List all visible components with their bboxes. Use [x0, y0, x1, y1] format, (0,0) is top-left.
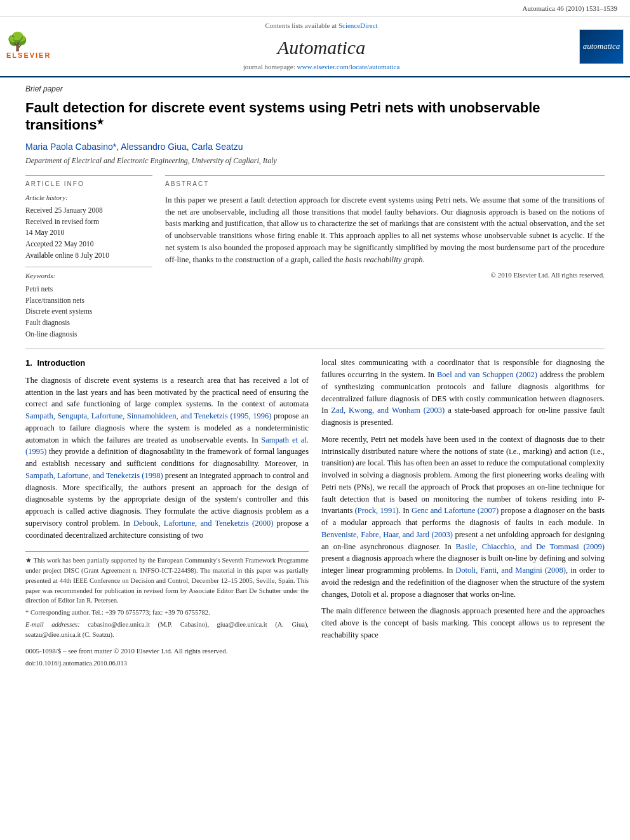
- body-right-column: local sites communicating with a coordin…: [321, 357, 605, 670]
- journal-center-info: Contents lists available at ScienceDirec…: [70, 21, 573, 72]
- body-columns: 1. 1. Introduction Introduction The diag…: [25, 357, 605, 670]
- intro-col2-para3: The main difference between the diagnosi…: [321, 605, 605, 641]
- cite-zad[interactable]: Zad, Kwong, and Wonham (2003): [331, 406, 445, 415]
- cite-genc[interactable]: Genc and Lafortune (2007): [412, 506, 499, 515]
- paper-title: Fault detection for discrete event syste…: [25, 99, 605, 134]
- article-info-abstract-section: ARTICLE INFO Article history: Received 2…: [25, 175, 605, 340]
- received-date: Received 25 January 2008: [25, 205, 152, 216]
- cite-sampath-1[interactable]: Sampath, Sengupta, Lafortune, Sinnamohid…: [25, 411, 271, 420]
- abstract-panel: ABSTRACT In this paper we present a faul…: [165, 175, 605, 340]
- intro-col1-para1: The diagnosis of discrete event systems …: [25, 375, 309, 542]
- revised-label: Received in revised form: [25, 217, 152, 227]
- abstract-heading: ABSTRACT: [165, 180, 605, 189]
- article-info-panel: ARTICLE INFO Article history: Received 2…: [25, 175, 152, 340]
- keyword-1: Petri nets: [25, 284, 152, 295]
- revised-date: 14 May 2010: [25, 227, 152, 238]
- elsevier-logo: 🌳 ELSEVIER: [6, 29, 64, 64]
- intro-col2-para1: local sites communicating with a coordin…: [321, 357, 605, 429]
- authors-line: Maria Paola Cabasino*, Alessandro Giua, …: [25, 140, 605, 153]
- available-date: Available online 8 July 2010: [25, 250, 152, 261]
- elsevier-tree-icon: 🌳: [6, 33, 29, 51]
- cite-dotoli[interactable]: Dotoli, Fanti, and Mangini (2008): [455, 566, 566, 575]
- footnote-email: E-mail addresses: cabasino@diee.unica.it…: [25, 620, 309, 640]
- article-history-label: Article history:: [25, 193, 152, 203]
- abstract-body: In this paper we present a fault detecti…: [165, 194, 605, 266]
- issn-line: 0005-1098/$ – see front matter © 2010 El…: [25, 646, 309, 657]
- keyword-4: Fault diagnosis: [25, 317, 152, 328]
- automatica-logo: automatica: [579, 29, 624, 64]
- doi-line: doi:10.1016/j.automatica.2010.06.013: [25, 658, 309, 669]
- intro-col2-para2: More recently, Petri net models have bee…: [321, 434, 605, 601]
- cite-sampath-2[interactable]: Sampath et al. (1995): [25, 436, 309, 457]
- footnote-star: ★ This work has been partially supported…: [25, 556, 309, 606]
- keyword-3: Discrete event systems: [25, 306, 152, 317]
- journal-homepage-line: journal homepage: www.elsevier.com/locat…: [70, 62, 573, 72]
- article-info-heading: ARTICLE INFO: [25, 180, 152, 189]
- cite-boel[interactable]: Boel and van Schuppen (2002): [437, 370, 537, 379]
- intro-heading: 1. 1. Introduction Introduction: [25, 357, 309, 370]
- keyword-5: On-line diagnosis: [25, 329, 152, 340]
- footnotes-section: ★ This work has been partially supported…: [25, 551, 309, 668]
- journal-homepage-link[interactable]: www.elsevier.com/locate/automatica: [297, 63, 400, 70]
- body-left-column: 1. 1. Introduction Introduction The diag…: [25, 357, 309, 670]
- main-content: Brief paper Fault detection for discrete…: [0, 77, 630, 683]
- cite-benveniste[interactable]: Benveniste, Fabre, Haar, and Jard (2003): [321, 530, 453, 539]
- affiliation-line: Department of Electrical and Electronic …: [25, 156, 605, 166]
- cite-basile[interactable]: Basile, Chiacchio, and De Tommasi (2009): [456, 542, 605, 551]
- cite-debouk[interactable]: Debouk, Lafortune, and Teneketzis (2000): [133, 519, 273, 528]
- cite-sampath-3[interactable]: Sampath, Lafortune, and Teneketzis (1998…: [25, 471, 163, 480]
- paper-type-label: Brief paper: [25, 84, 605, 95]
- cite-prock[interactable]: Prock, 1991: [358, 506, 396, 515]
- keyword-2: Place/transition nets: [25, 295, 152, 306]
- elsevier-wordmark: ELSEVIER: [6, 51, 51, 61]
- accepted-date: Accepted 22 May 2010: [25, 239, 152, 250]
- keywords-label: Keywords:: [25, 271, 152, 281]
- keywords-section: Keywords: Petri nets Place/transition ne…: [25, 267, 152, 339]
- contents-available-line: Contents lists available at ScienceDirec…: [70, 21, 573, 31]
- section-divider: [25, 349, 605, 349]
- sciencedirect-link[interactable]: ScienceDirect: [338, 22, 378, 29]
- journal-title-banner: Automatica: [70, 34, 573, 62]
- footnote-corresponding: * Corresponding author. Tel.: +39 70 675…: [25, 608, 309, 618]
- publisher-bar: 🌳 ELSEVIER Contents lists available at S…: [0, 17, 630, 77]
- copyright-line: © 2010 Elsevier Ltd. All rights reserved…: [165, 270, 605, 281]
- journal-citation: Automatica 46 (2010) 1531–1539: [0, 0, 630, 17]
